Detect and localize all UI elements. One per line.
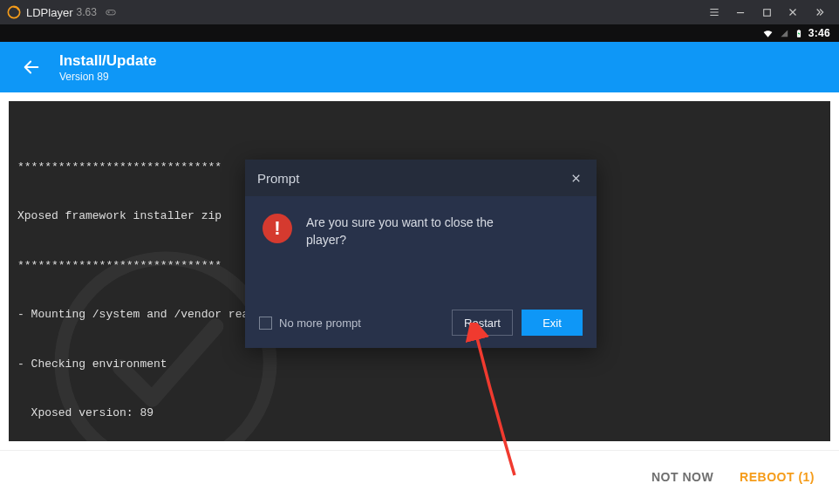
dialog-message: Are you sure you want to close the playe… <box>306 214 533 249</box>
maximize-button[interactable] <box>754 0 780 24</box>
page-title: Install/Update <box>59 52 156 70</box>
dialog-footer: No more prompt Restart Exit <box>245 297 597 348</box>
status-clock: 3:46 <box>808 27 830 39</box>
app-name: LDPlayer <box>26 6 72 19</box>
wifi-icon <box>761 28 774 39</box>
restart-button[interactable]: Restart <box>452 310 513 336</box>
svg-point-2 <box>113 11 113 12</box>
checkbox-icon <box>259 317 272 330</box>
dialog-body: ! Are you sure you want to close the pla… <box>245 196 597 297</box>
dialog-header: Prompt <box>245 160 597 196</box>
android-status-bar: 3:46 <box>0 24 839 42</box>
battery-charging-icon <box>795 27 803 40</box>
svg-rect-3 <box>763 9 770 16</box>
page-subtitle: Version 89 <box>59 71 156 83</box>
signal-icon <box>780 28 789 39</box>
more-button[interactable] <box>806 0 832 24</box>
exit-button[interactable]: Exit <box>522 310 583 336</box>
dialog-close-button[interactable] <box>567 169 584 187</box>
menu-icon[interactable] <box>701 0 727 24</box>
svg-rect-5 <box>798 29 800 30</box>
no-more-prompt-checkbox[interactable]: No more prompt <box>259 317 361 330</box>
window-titlebar: LDPlayer 3.63 <box>0 0 839 24</box>
svg-rect-1 <box>106 10 116 15</box>
back-button[interactable] <box>14 50 49 85</box>
terminal-line: - Checking environment <box>17 357 822 373</box>
close-button[interactable] <box>780 0 806 24</box>
ldplayer-logo-icon <box>7 5 21 19</box>
footer-actions: NOT NOW REBOOT (1) <box>0 450 839 502</box>
exclamation-icon: ! <box>263 214 292 243</box>
checkbox-label: No more prompt <box>279 317 361 330</box>
app-header: Install/Update Version 89 <box>0 42 839 92</box>
app-version: 3.63 <box>76 6 96 18</box>
not-now-button[interactable]: NOT NOW <box>651 470 713 484</box>
gamepad-icon <box>104 6 118 18</box>
minimize-button[interactable] <box>727 0 754 24</box>
dialog-title: Prompt <box>257 171 299 186</box>
prompt-dialog: Prompt ! Are you sure you want to close … <box>245 160 597 348</box>
terminal-line: Xposed version: 89 <box>17 405 822 422</box>
reboot-button[interactable]: REBOOT (1) <box>740 470 815 484</box>
